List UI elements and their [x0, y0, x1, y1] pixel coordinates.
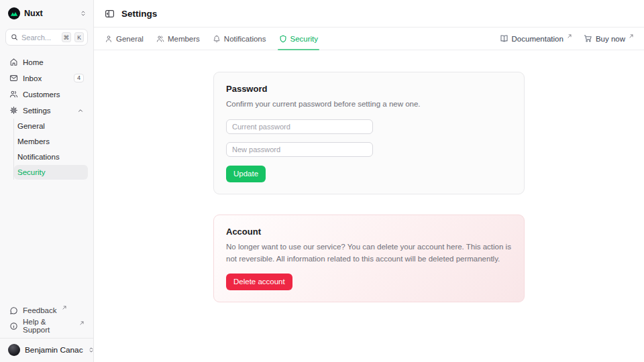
sidebar-item-notifications[interactable]: Notifications [14, 149, 88, 164]
workspace-name: Nuxt [24, 9, 76, 18]
settings-tabbar: General Members [94, 27, 644, 50]
main-panel: Settings General [94, 0, 644, 362]
search-icon [11, 34, 18, 41]
password-card-description: Confirm your current password before set… [226, 98, 512, 111]
chevron-updown-icon [80, 10, 87, 17]
help-support-link[interactable]: Help & Support [5, 318, 88, 333]
inbox-icon [9, 74, 18, 82]
shield-icon [279, 35, 287, 43]
tab-label: Members [168, 35, 200, 43]
account-card-description: No longer want to use our service? You c… [226, 241, 512, 265]
shopping-cart-icon [584, 34, 592, 43]
sidebar: Nuxt Search... ⌘ K [0, 0, 94, 362]
tab-label: Notifications [224, 35, 266, 43]
sidebar-item-label: Home [23, 58, 44, 66]
delete-account-button[interactable]: Delete account [226, 274, 292, 290]
sidebar-item-settings[interactable]: Settings [5, 103, 88, 118]
buy-now-link[interactable]: Buy now [584, 34, 633, 43]
tab-general[interactable]: General [105, 27, 144, 50]
page-title: Settings [121, 9, 157, 19]
tab-label: General [116, 35, 144, 43]
workspace-switcher[interactable]: Nuxt [0, 0, 93, 23]
password-form: Update [226, 119, 512, 182]
current-password-field[interactable] [226, 119, 373, 134]
buy-now-label: Buy now [596, 35, 625, 43]
external-link-icon [629, 34, 633, 38]
settings-security-content: Password Confirm your current password b… [94, 50, 644, 362]
sidebar-item-label: Settings [23, 107, 51, 115]
tabs: General Members [105, 27, 318, 50]
external-link-icon [80, 321, 84, 325]
feedback-label: Feedback [23, 306, 57, 314]
kbd-k: K [74, 32, 84, 42]
users-icon [156, 35, 164, 43]
password-card-title: Password [226, 84, 512, 94]
sidebar-item-members[interactable]: Members [14, 134, 88, 149]
update-password-button[interactable]: Update [226, 166, 266, 182]
home-icon [9, 58, 18, 66]
account-card: Account No longer want to use our servic… [213, 215, 525, 302]
gear-icon [9, 106, 18, 115]
search-input[interactable]: Search... ⌘ K [5, 29, 88, 46]
sidebar-item-label: Inbox [23, 74, 42, 82]
sidebar-item-security[interactable]: Security [14, 165, 88, 180]
sidebar-item-home[interactable]: Home [5, 54, 88, 70]
settings-subnav: General Members Notifications Security [13, 119, 88, 180]
inbox-count-badge: 4 [74, 74, 84, 82]
bell-icon [213, 35, 221, 43]
user-name: Benjamin Canac [25, 345, 83, 355]
tab-label: Security [290, 35, 319, 43]
new-password-field[interactable] [226, 142, 373, 157]
tab-security[interactable]: Security [279, 27, 319, 50]
chat-bubble-icon [9, 306, 18, 315]
chevron-up-icon [77, 107, 84, 114]
feedback-link[interactable]: Feedback [5, 303, 88, 318]
documentation-label: Documentation [512, 35, 564, 43]
users-icon [9, 90, 18, 99]
info-circle-icon [9, 322, 18, 330]
nuxt-logo-icon [8, 7, 20, 19]
external-link-icon [568, 34, 572, 38]
search-placeholder: Search... [21, 34, 58, 42]
sidebar-item-label: Notifications [17, 153, 60, 161]
kbd-meta: ⌘ [62, 32, 72, 42]
external-link-icon [62, 306, 66, 310]
sidebar-item-label: Members [17, 137, 50, 145]
password-card: Password Confirm your current password b… [213, 72, 525, 194]
book-icon [500, 34, 508, 43]
page-header: Settings [94, 0, 644, 27]
person-icon [105, 35, 113, 43]
avatar [8, 344, 20, 356]
sidebar-spacer [0, 180, 93, 303]
collapse-sidebar-icon[interactable] [105, 9, 115, 19]
sidebar-item-label: Security [17, 168, 46, 176]
sidebar-nav: Home Inbox 4 Customers [0, 54, 93, 180]
sidebar-item-label: General [17, 122, 45, 130]
sidebar-item-customers[interactable]: Customers [5, 86, 88, 102]
sidebar-item-label: Customers [23, 90, 60, 99]
tab-members[interactable]: Members [156, 27, 200, 50]
app-window: Nuxt Search... ⌘ K [0, 0, 644, 362]
sidebar-item-general[interactable]: General [14, 119, 88, 133]
tabbar-actions: Documentation Buy now [500, 34, 633, 43]
sidebar-item-inbox[interactable]: Inbox 4 [5, 70, 88, 86]
tab-notifications[interactable]: Notifications [213, 27, 266, 50]
documentation-link[interactable]: Documentation [500, 34, 572, 43]
user-menu[interactable]: Benjamin Canac [0, 338, 93, 362]
help-support-label: Help & Support [23, 318, 74, 334]
account-card-title: Account [226, 227, 512, 237]
